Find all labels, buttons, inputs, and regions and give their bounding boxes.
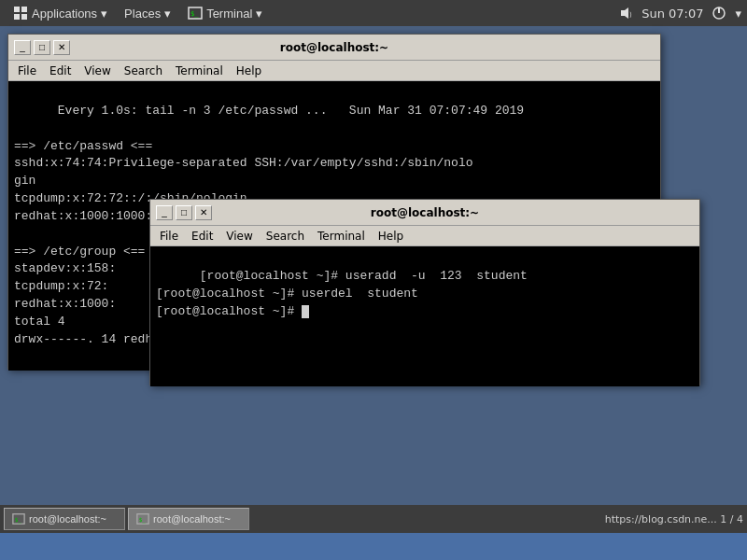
terminal-menu-button[interactable]: $_ Terminal ▾ bbox=[180, 4, 270, 22]
svg-rect-2 bbox=[14, 14, 20, 20]
term-menu-help-2[interactable]: Help bbox=[373, 229, 409, 244]
maximize-button-1[interactable]: □ bbox=[34, 40, 50, 55]
top-panel: Applications ▾ Places ▾ $_ Terminal ▾ ) … bbox=[0, 0, 747, 26]
taskbar-right: https://blog.csdn.ne... 1 / 4 bbox=[605, 513, 743, 525]
taskbar: $_ root@localhost:~ $_ root@localhost:~ … bbox=[0, 505, 747, 533]
maximize-button-2[interactable]: □ bbox=[176, 205, 192, 220]
taskbar-term-icon-1: $_ bbox=[12, 512, 25, 525]
term-menu-terminal-1[interactable]: Terminal bbox=[170, 63, 229, 78]
term-menu-edit-2[interactable]: Edit bbox=[186, 229, 218, 244]
term-controls-1: _ □ ✕ bbox=[14, 40, 70, 55]
term-menu-help-1[interactable]: Help bbox=[231, 63, 267, 78]
term-title-1: root@localhost:~ bbox=[70, 41, 599, 54]
close-button-2[interactable]: ✕ bbox=[195, 205, 212, 220]
apps-icon bbox=[13, 6, 28, 21]
term-body-2: [root@localhost ~]# useradd -u 123 stude… bbox=[150, 246, 699, 386]
taskbar-item-2[interactable]: $_ root@localhost:~ bbox=[128, 508, 249, 530]
terminal-label: Terminal bbox=[206, 7, 252, 21]
svg-text:): ) bbox=[629, 11, 632, 19]
desktop: _ □ ✕ root@localhost:~ File Edit View Se… bbox=[0, 26, 747, 533]
svg-rect-3 bbox=[21, 14, 27, 20]
term-menubar-2: File Edit View Search Terminal Help bbox=[150, 226, 699, 246]
terminal-window-2: _ □ ✕ root@localhost:~ File Edit View Se… bbox=[149, 199, 700, 385]
terminal-chevron: ▾ bbox=[256, 7, 262, 21]
places-chevron: ▾ bbox=[164, 7, 171, 21]
applications-menu-button[interactable]: Applications ▾ bbox=[6, 4, 115, 22]
term-menu-file-2[interactable]: File bbox=[154, 229, 184, 244]
taskbar-term-icon-2: $_ bbox=[136, 512, 149, 525]
term-title-2: root@localhost:~ bbox=[212, 206, 638, 219]
svg-marker-6 bbox=[621, 7, 628, 19]
taskbar-label-1: root@localhost:~ bbox=[29, 513, 106, 525]
taskbar-url: https://blog.csdn.ne... 1 / 4 bbox=[605, 513, 743, 525]
svg-text:$_: $_ bbox=[190, 10, 199, 18]
term-menu-edit-1[interactable]: Edit bbox=[44, 63, 77, 78]
top-panel-left: Applications ▾ Places ▾ $_ Terminal ▾ bbox=[6, 4, 270, 22]
power-icon[interactable] bbox=[711, 5, 727, 21]
term-menu-terminal-2[interactable]: Terminal bbox=[312, 229, 371, 244]
svg-text:$_: $_ bbox=[15, 516, 22, 524]
power-arrow: ▾ bbox=[735, 7, 741, 21]
term-titlebar-1: _ □ ✕ root@localhost:~ bbox=[8, 35, 660, 61]
top-panel-right: ) Sun 07:07 ▾ bbox=[617, 5, 741, 21]
term-line2: [root@localhost ~]# userdel student bbox=[156, 287, 418, 301]
minimize-button-2[interactable]: _ bbox=[156, 205, 173, 220]
close-button-1[interactable]: ✕ bbox=[53, 40, 70, 55]
terminal-icon: $_ bbox=[188, 6, 203, 21]
svg-rect-1 bbox=[21, 7, 27, 12]
places-menu-button[interactable]: Places ▾ bbox=[117, 5, 178, 22]
volume-icon[interactable]: ) bbox=[617, 5, 634, 21]
clock: Sun 07:07 bbox=[641, 7, 703, 21]
places-label: Places bbox=[124, 7, 161, 21]
term-titlebar-2: _ □ ✕ root@localhost:~ bbox=[150, 200, 699, 226]
taskbar-label-2: root@localhost:~ bbox=[153, 513, 231, 525]
term-controls-2: _ □ ✕ bbox=[156, 205, 212, 220]
term-menu-view-1[interactable]: View bbox=[78, 63, 116, 78]
term-menu-file-1[interactable]: File bbox=[12, 63, 42, 78]
term-menu-view-2[interactable]: View bbox=[220, 229, 258, 244]
svg-rect-0 bbox=[14, 7, 20, 12]
term-menubar-1: File Edit View Search Terminal Help bbox=[8, 61, 660, 81]
term-menu-search-1[interactable]: Search bbox=[119, 63, 168, 78]
svg-text:$_: $_ bbox=[139, 516, 147, 524]
cursor bbox=[302, 305, 309, 318]
apps-chevron: ▾ bbox=[101, 7, 107, 21]
term-line1: [root@localhost ~]# useradd -u 123 stude… bbox=[200, 269, 528, 283]
taskbar-item-1[interactable]: $_ root@localhost:~ bbox=[4, 508, 125, 530]
applications-label: Applications bbox=[32, 7, 97, 21]
term-menu-search-2[interactable]: Search bbox=[261, 229, 310, 244]
term-line3: [root@localhost ~]# bbox=[156, 304, 302, 318]
minimize-button-1[interactable]: _ bbox=[14, 40, 31, 55]
taskbar-left: $_ root@localhost:~ $_ root@localhost:~ bbox=[4, 508, 249, 530]
